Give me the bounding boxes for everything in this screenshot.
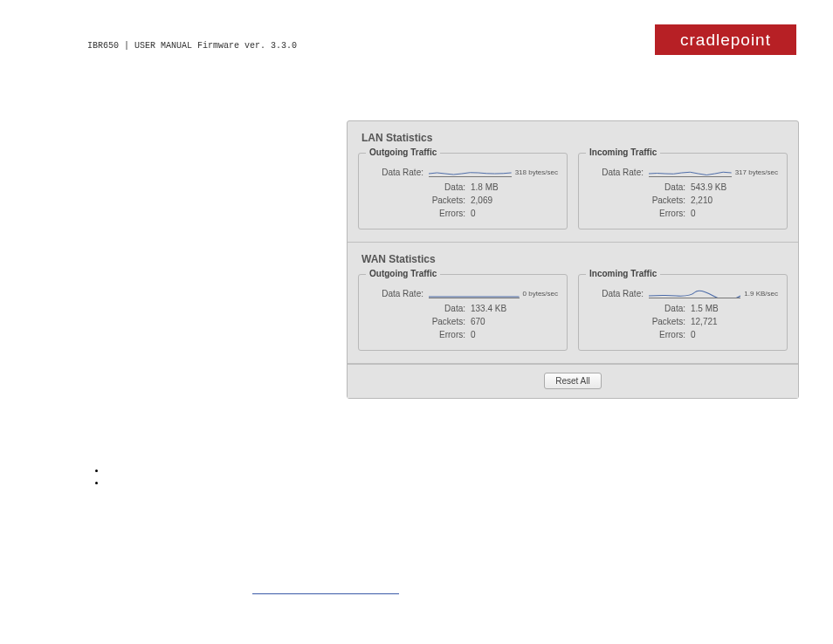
- sparkline-icon: [649, 168, 732, 177]
- wan-title: WAN Statistics: [358, 250, 788, 265]
- page-header-title: IBR650 | USER MANUAL Firmware ver. 3.3.0: [87, 29, 297, 51]
- wan-section: WAN Statistics Outgoing Traffic Data Rat…: [348, 243, 798, 364]
- rate-value: 318 bytes/sec: [515, 168, 558, 176]
- lan-in-packets-value: 2,210: [691, 195, 778, 205]
- rate-label: Data Rate:: [368, 168, 429, 177]
- bullet-list: [93, 464, 107, 489]
- lan-in-data-value: 543.9 KB: [691, 182, 778, 192]
- lan-outgoing-box: Outgoing Traffic Data Rate: 318 bytes/se…: [358, 153, 568, 230]
- wan-outgoing-rate-row: Data Rate: 0 bytes/sec: [368, 287, 558, 302]
- lan-incoming-box: Incoming Traffic Data Rate: 317 bytes/se…: [578, 153, 788, 230]
- wan-in-data-value: 1.5 MB: [691, 304, 778, 313]
- wan-incoming-rate-row: Data Rate: 1.9 KB/sec: [588, 287, 778, 302]
- wan-in-packets-value: 12,721: [691, 317, 778, 326]
- sparkline-icon: [429, 168, 512, 177]
- lan-in-packets-label: Packets:: [630, 195, 691, 205]
- lan-in-errors-value: 0: [691, 209, 778, 218]
- brand-logo: cradlepoint: [655, 24, 796, 55]
- lan-incoming-legend: Incoming Traffic: [586, 147, 660, 157]
- rate-value: 1.9 KB/sec: [744, 290, 778, 298]
- lan-out-data-label: Data:: [410, 182, 471, 192]
- rate-label: Data Rate:: [588, 168, 649, 177]
- wan-outgoing-legend: Outgoing Traffic: [366, 269, 440, 278]
- wan-out-packets-label: Packets:: [410, 317, 471, 326]
- lan-in-data-label: Data:: [630, 182, 691, 192]
- lan-out-packets-label: Packets:: [410, 195, 471, 205]
- lan-outgoing-legend: Outgoing Traffic: [366, 147, 440, 157]
- reset-row: Reset All: [348, 364, 798, 398]
- rate-value: 317 bytes/sec: [735, 168, 778, 176]
- wan-out-errors-value: 0: [471, 330, 558, 339]
- wan-out-packets-value: 670: [471, 317, 558, 326]
- lan-outgoing-rate-row: Data Rate: 318 bytes/sec: [368, 166, 558, 181]
- lan-in-errors-label: Errors:: [630, 209, 691, 218]
- sparkline-icon: [429, 290, 520, 298]
- wan-incoming-legend: Incoming Traffic: [586, 269, 660, 278]
- rate-value: 0 bytes/sec: [523, 290, 558, 298]
- lan-out-errors-label: Errors:: [410, 209, 471, 218]
- lan-incoming-rate-row: Data Rate: 317 bytes/sec: [588, 166, 778, 181]
- rate-label: Data Rate:: [588, 289, 649, 298]
- sparkline-icon: [649, 290, 740, 298]
- wan-out-data-value: 133.4 KB: [471, 304, 558, 313]
- lan-out-packets-value: 2,069: [471, 195, 558, 205]
- link-underline: [252, 593, 399, 594]
- wan-out-errors-label: Errors:: [410, 330, 471, 339]
- wan-in-data-label: Data:: [630, 304, 691, 313]
- lan-out-errors-value: 0: [471, 209, 558, 218]
- rate-label: Data Rate:: [368, 289, 429, 298]
- wan-in-errors-label: Errors:: [630, 330, 691, 339]
- statistics-panel: LAN Statistics Outgoing Traffic Data Rat…: [347, 120, 799, 399]
- wan-out-data-label: Data:: [410, 304, 471, 313]
- lan-title: LAN Statistics: [358, 128, 788, 144]
- wan-in-packets-label: Packets:: [630, 317, 691, 326]
- wan-outgoing-box: Outgoing Traffic Data Rate: 0 bytes/sec …: [358, 274, 568, 351]
- reset-all-button[interactable]: Reset All: [544, 373, 601, 389]
- wan-incoming-box: Incoming Traffic Data Rate: 1.9 KB/sec D…: [578, 274, 788, 351]
- lan-section: LAN Statistics Outgoing Traffic Data Rat…: [348, 121, 798, 243]
- wan-in-errors-value: 0: [691, 330, 778, 339]
- lan-out-data-value: 1.8 MB: [471, 182, 558, 192]
